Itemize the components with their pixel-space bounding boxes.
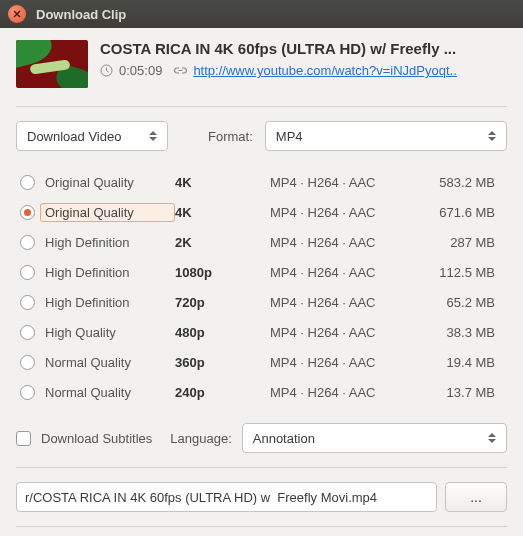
quality-row[interactable]: High Definition720pMP4 · H264 · AAC65.2 … [16, 287, 507, 317]
format-select[interactable]: MP4 [265, 121, 507, 151]
language-select[interactable]: Annotation [242, 423, 507, 453]
divider [16, 106, 507, 107]
quality-size: 287 MB [415, 235, 503, 250]
quality-codec: MP4 · H264 · AAC [270, 205, 415, 220]
quality-resolution: 360p [175, 355, 270, 370]
quality-codec: MP4 · H264 · AAC [270, 325, 415, 340]
quality-radio[interactable] [20, 265, 35, 280]
video-title: COSTA RICA IN 4K 60fps (ULTRA HD) w/ Fre… [100, 40, 507, 57]
titlebar: Download Clip [0, 0, 523, 28]
quality-codec: MP4 · H264 · AAC [270, 235, 415, 250]
quality-radio[interactable] [20, 205, 35, 220]
quality-name: Normal Quality [45, 355, 175, 370]
quality-row[interactable]: Normal Quality360pMP4 · H264 · AAC19.4 M… [16, 347, 507, 377]
video-url-link[interactable]: http://www.youtube.com/watch?v=iNJdPyoqt… [193, 63, 456, 78]
quality-size: 112.5 MB [415, 265, 503, 280]
quality-row[interactable]: Normal Quality240pMP4 · H264 · AAC13.7 M… [16, 377, 507, 407]
quality-size: 583.2 MB [415, 175, 503, 190]
quality-codec: MP4 · H264 · AAC [270, 385, 415, 400]
quality-row[interactable]: Original Quality4KMP4 · H264 · AAC671.6 … [16, 197, 507, 227]
divider [16, 467, 507, 468]
quality-row[interactable]: High Quality480pMP4 · H264 · AAC38.3 MB [16, 317, 507, 347]
subtitles-label: Download Subtitles [41, 431, 152, 446]
quality-row[interactable]: High Definition2KMP4 · H264 · AAC287 MB [16, 227, 507, 257]
quality-resolution: 480p [175, 325, 270, 340]
quality-size: 13.7 MB [415, 385, 503, 400]
quality-resolution: 4K [175, 205, 270, 220]
output-path-row: ... [16, 482, 507, 512]
download-mode-value: Download Video [27, 129, 121, 144]
quality-name: High Definition [45, 235, 175, 250]
divider [16, 526, 507, 527]
quality-size: 671.6 MB [415, 205, 503, 220]
quality-codec: MP4 · H264 · AAC [270, 295, 415, 310]
quality-size: 38.3 MB [415, 325, 503, 340]
quality-radio[interactable] [20, 355, 35, 370]
quality-name: High Definition [45, 265, 175, 280]
quality-name: High Definition [45, 295, 175, 310]
quality-resolution: 4K [175, 175, 270, 190]
video-info: COSTA RICA IN 4K 60fps (ULTRA HD) w/ Fre… [100, 40, 507, 88]
quality-resolution: 2K [175, 235, 270, 250]
quality-radio[interactable] [20, 295, 35, 310]
quality-radio[interactable] [20, 385, 35, 400]
quality-list: Original Quality4KMP4 · H264 · AAC583.2 … [16, 167, 507, 407]
quality-resolution: 720p [175, 295, 270, 310]
close-button[interactable] [8, 5, 26, 23]
quality-name: High Quality [45, 325, 175, 340]
window-title: Download Clip [36, 7, 126, 22]
language-label: Language: [170, 431, 231, 446]
top-controls: Download Video Format: MP4 [16, 121, 507, 151]
format-label: Format: [208, 129, 253, 144]
quality-codec: MP4 · H264 · AAC [270, 265, 415, 280]
video-header: COSTA RICA IN 4K 60fps (ULTRA HD) w/ Fre… [16, 40, 507, 88]
stepper-icon [488, 433, 500, 443]
format-value: MP4 [276, 129, 303, 144]
video-duration: 0:05:09 [119, 63, 162, 78]
clock-icon [100, 64, 113, 77]
browse-button[interactable]: ... [445, 482, 507, 512]
stepper-icon [149, 131, 161, 141]
quality-row[interactable]: Original Quality4KMP4 · H264 · AAC583.2 … [16, 167, 507, 197]
quality-row[interactable]: High Definition1080pMP4 · H264 · AAC112.… [16, 257, 507, 287]
quality-name: Normal Quality [45, 385, 175, 400]
subtitles-checkbox[interactable] [16, 431, 31, 446]
subtitle-row: Download Subtitles Language: Annotation [16, 423, 507, 453]
video-thumbnail [16, 40, 88, 88]
quality-name: Original Quality [40, 203, 175, 222]
quality-name: Original Quality [45, 175, 175, 190]
quality-size: 65.2 MB [415, 295, 503, 310]
quality-resolution: 1080p [175, 265, 270, 280]
quality-radio[interactable] [20, 235, 35, 250]
quality-codec: MP4 · H264 · AAC [270, 355, 415, 370]
download-mode-select[interactable]: Download Video [16, 121, 168, 151]
output-path-input[interactable] [16, 482, 437, 512]
quality-radio[interactable] [20, 175, 35, 190]
dialog-content: COSTA RICA IN 4K 60fps (ULTRA HD) w/ Fre… [0, 28, 523, 536]
quality-radio[interactable] [20, 325, 35, 340]
quality-codec: MP4 · H264 · AAC [270, 175, 415, 190]
language-value: Annotation [253, 431, 315, 446]
close-icon [13, 10, 21, 18]
video-meta: 0:05:09 http://www.youtube.com/watch?v=i… [100, 63, 507, 78]
quality-resolution: 240p [175, 385, 270, 400]
stepper-icon [488, 131, 500, 141]
link-icon [174, 64, 187, 77]
quality-size: 19.4 MB [415, 355, 503, 370]
